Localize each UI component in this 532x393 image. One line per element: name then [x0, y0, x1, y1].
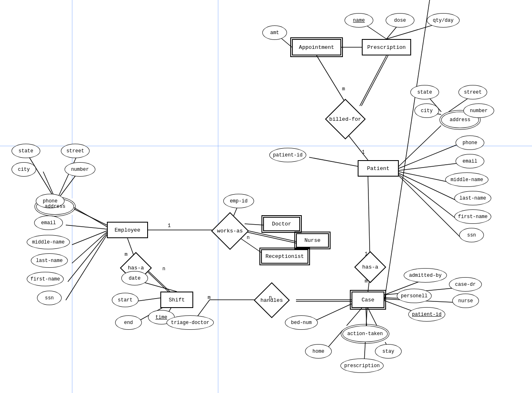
entity-case[interactable]: Case	[352, 292, 384, 308]
attr-emp-last-name: last-name	[31, 253, 68, 268]
attr-pat-state: state	[410, 85, 439, 99]
grid-line-vertical-1	[72, 0, 72, 393]
attr-shift-end: end	[115, 315, 142, 330]
entity-shift[interactable]: Shift	[160, 292, 193, 308]
svg-line-23	[74, 209, 107, 225]
svg-line-19	[399, 176, 460, 237]
attr-emp-number: number	[65, 162, 95, 177]
attr-emp-first-name: first-name	[27, 272, 64, 286]
attr-case-stay: stay	[375, 344, 402, 359]
svg-line-5	[317, 55, 345, 103]
cardinality-m-pat-has: m	[365, 278, 368, 284]
attr-pat-city: city	[414, 103, 439, 118]
attr-case-patient-id: patient-id	[408, 307, 445, 322]
svg-line-9	[399, 123, 444, 166]
entity-nurse[interactable]: Nurse	[296, 233, 329, 248]
cardinality-n-handles: n	[269, 295, 272, 301]
svg-line-15	[399, 163, 456, 170]
svg-line-14	[399, 145, 456, 168]
attr-case-home: home	[305, 344, 332, 359]
attr-case-case-dr: case-dr	[449, 277, 482, 292]
svg-line-16	[399, 172, 448, 182]
attr-emp-city: city	[12, 162, 36, 177]
attr-dose: dose	[386, 13, 414, 28]
attr-case-nurse: nurse	[452, 294, 479, 308]
cardinality-m-shift: m	[208, 295, 210, 301]
er-diagram-canvas: Appointment Prescription Patient Employe…	[0, 0, 532, 393]
cardinality-1-patient: 1	[362, 149, 365, 155]
attr-patient-id: patient-id	[269, 148, 306, 162]
svg-line-36	[245, 224, 263, 225]
attr-emp-email: email	[34, 216, 63, 230]
attr-pat-street: street	[458, 85, 487, 99]
svg-line-7	[361, 55, 388, 106]
svg-line-32	[68, 233, 107, 282]
attr-emp-state: state	[12, 144, 40, 158]
attr-amt: amt	[262, 25, 287, 40]
attr-pat-number: number	[463, 103, 494, 118]
attr-pat-middle-name: middle-name	[445, 172, 488, 187]
cardinality-1-employee: 1	[168, 223, 171, 229]
attr-pat-ssn: ssn	[459, 228, 484, 242]
attr-qty-day: qty/day	[427, 13, 460, 28]
attr-pat-email: email	[456, 154, 484, 168]
attr-case-personell: personell	[397, 289, 432, 303]
svg-line-31	[72, 232, 107, 263]
entity-prescription[interactable]: Prescription	[362, 39, 411, 55]
attr-pat-first-name: first-name	[454, 209, 491, 224]
attr-case-prescription: prescription	[340, 359, 384, 373]
cardinality-n-works-as: n	[247, 235, 250, 241]
attr-pat-phone: phone	[456, 136, 484, 150]
grid-line-vertical-2	[218, 0, 218, 393]
attr-pat-last-name: last-name	[454, 191, 491, 205]
entity-employee[interactable]: Employee	[107, 222, 148, 238]
cardinality-n-emp-has: n	[162, 266, 165, 272]
attr-emp-id: emp-id	[223, 194, 254, 208]
cardinality-m-emp-has: m	[125, 252, 127, 257]
attr-shift-triage-doctor: triage-doctor	[167, 315, 214, 330]
attr-presc-name: name	[345, 13, 373, 28]
attr-emp-ssn: ssn	[37, 291, 62, 305]
relation-works-as[interactable]: works-as	[211, 212, 249, 250]
svg-line-6	[360, 55, 386, 106]
attr-case-bed-num: bed-num	[285, 315, 318, 330]
svg-line-30	[72, 231, 107, 245]
attr-shift-start: start	[112, 293, 139, 307]
connection-lines	[0, 0, 532, 393]
svg-line-21	[368, 177, 370, 263]
entity-appointment[interactable]: Appointment	[292, 39, 341, 55]
svg-line-20	[309, 157, 358, 166]
attr-shift-date: date	[121, 271, 148, 285]
attr-emp-middle-name: middle-name	[27, 235, 70, 249]
attr-case-action-taken: action-taken	[342, 326, 388, 342]
entity-patient[interactable]: Patient	[358, 160, 399, 177]
attr-case-admitted-by: admitted-by	[404, 268, 447, 283]
entity-doctor[interactable]: Doctor	[263, 217, 300, 231]
cardinality-1-pat-has: 1	[365, 251, 368, 257]
entity-receptionist[interactable]: Receptionist	[261, 249, 308, 264]
attr-emp-street: street	[61, 144, 90, 158]
relation-pat-has-a[interactable]: has-a	[354, 251, 386, 283]
relation-billed-for[interactable]: billed-for	[325, 99, 366, 140]
svg-line-27	[56, 153, 78, 201]
cardinality-m-billed: m	[342, 86, 345, 92]
svg-line-38	[245, 232, 296, 243]
